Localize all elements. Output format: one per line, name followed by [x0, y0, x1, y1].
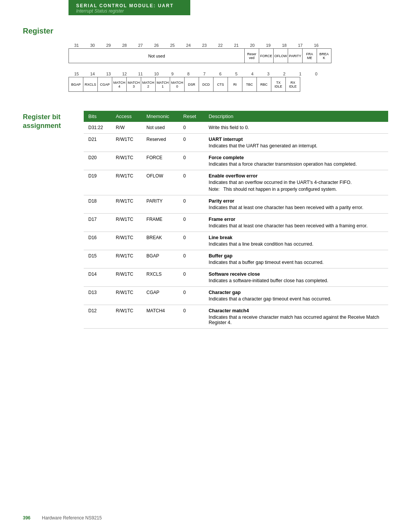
- cell-bits-4: D18: [84, 195, 111, 214]
- cell-access-7: R/W1TC: [111, 250, 142, 268]
- tbc-cell: TBC: [242, 77, 257, 92]
- force-cell: FORCE: [259, 49, 274, 63]
- bit-18: 18: [276, 43, 292, 48]
- assignment-label-line2: assignment: [23, 122, 61, 129]
- cell-reset-5: 0: [179, 214, 204, 232]
- bit-31: 31: [68, 43, 84, 48]
- bit-7: 7: [196, 72, 212, 76]
- desc-bold-5: Frame error: [209, 217, 384, 222]
- cell-access-3: R/W1TC: [111, 170, 142, 195]
- bit-10: 10: [148, 72, 164, 76]
- cell-access-4: R/W1TC: [111, 195, 142, 214]
- note-text-3: This should not happen in a properly con…: [223, 187, 337, 192]
- cell-reset-3: 0: [179, 170, 204, 195]
- frame-cell: FRA ME: [303, 49, 317, 63]
- reserved-cell: Reser ved: [245, 49, 259, 63]
- cell-desc-5: Frame errorIndicates that at least one c…: [204, 214, 388, 232]
- cell-mnemonic-4: PARITY: [142, 195, 179, 214]
- cell-access-10: R/W1TC: [111, 305, 142, 329]
- cell-bits-9: D13: [84, 287, 111, 305]
- cell-bits-10: D12: [84, 305, 111, 329]
- note-row-3: Note:This should not happen in a properl…: [209, 187, 384, 192]
- match3-cell: MATCH 3: [127, 77, 141, 92]
- cell-bits-2: D20: [84, 152, 111, 170]
- bit-28: 28: [116, 43, 132, 48]
- cell-access-1: R/W1TC: [111, 134, 142, 152]
- col-mnemonic: Mnemonic: [142, 111, 179, 122]
- desc-text-6: Indicates that a line break condition ha…: [209, 241, 384, 247]
- cell-reset-9: 0: [179, 287, 204, 305]
- table-row: D21R/W1TCReserved0UART interruptIndicate…: [84, 134, 388, 152]
- match1-cell: MATCH 1: [156, 77, 170, 92]
- assignment-label-line1: Register bit: [23, 113, 61, 121]
- desc-bold-7: Buffer gap: [209, 253, 384, 259]
- cell-access-6: R/W1TC: [111, 232, 142, 250]
- upper-bit-numbers: 31 30 29 28 27 26 25 24 23 22 21 20 19 1…: [68, 43, 388, 48]
- bit-15: 15: [68, 72, 84, 76]
- desc-text-10: Indicates that a receive character match…: [209, 315, 384, 325]
- cell-desc-1: UART interruptIndicates that the UART ha…: [204, 134, 388, 152]
- bit-6: 6: [212, 72, 228, 76]
- table-row: D31:22R/WNot used0Write this field to 0.: [84, 122, 388, 134]
- bgap-cell: BGAP: [69, 77, 83, 92]
- bit-19: 19: [260, 43, 276, 48]
- cell-mnemonic-8: RXCLS: [142, 268, 179, 287]
- desc-bold-4: Parity error: [209, 198, 384, 204]
- bit-assignment-table: Bits Access Mnemonic Reset Description D…: [84, 111, 388, 329]
- cell-desc-8: Software receive closeIndicates a softwa…: [204, 268, 388, 287]
- cell-desc-10: Character match4Indicates that a receive…: [204, 305, 388, 329]
- parity-cell: PARITY: [288, 49, 303, 63]
- cell-desc-3: Enable overflow errorIndicates that an o…: [204, 170, 388, 195]
- table-row: D20R/W1TCFORCE0Force completeIndicates t…: [84, 152, 388, 170]
- cell-desc-9: Character gapIndicates that a character …: [204, 287, 388, 305]
- cell-reset-0: 0: [179, 122, 204, 134]
- cell-mnemonic-0: Not used: [142, 122, 179, 134]
- table-row: D14R/W1TCRXCLS0Software receive closeInd…: [84, 268, 388, 287]
- cell-reset-10: 0: [179, 305, 204, 329]
- table-header-row: Bits Access Mnemonic Reset Description: [84, 111, 388, 122]
- lower-bit-numbers: 15 14 13 12 11 10 9 8 7 6 5 4 3 2 1 0: [68, 72, 388, 76]
- tx-idle-cell: TX IDLE: [271, 77, 286, 92]
- footer-text: Hardware Reference NS9215: [42, 515, 102, 521]
- desc-text-4: Indicates that at least one character ha…: [209, 205, 384, 210]
- cell-reset-7: 0: [179, 250, 204, 268]
- desc-text-5: Indicates that at least one character ha…: [209, 223, 384, 228]
- desc-text-1: Indicates that the UART has generated an…: [209, 143, 384, 149]
- dsr-cell: DSR: [185, 77, 199, 92]
- page-content: Register 31 30 29 28 27 26 25 24 23 22 2…: [0, 15, 411, 351]
- cell-mnemonic-5: FRAME: [142, 214, 179, 232]
- cell-bits-8: D14: [84, 268, 111, 287]
- cell-access-9: R/W1TC: [111, 287, 142, 305]
- cgap-cell: CGAP: [98, 77, 112, 92]
- page-number: 396: [23, 515, 30, 521]
- ri-cell: RI: [228, 77, 242, 92]
- cell-desc-4: Parity errorIndicates that at least one …: [204, 195, 388, 214]
- cell-mnemonic-2: FORCE: [142, 152, 179, 170]
- bit-29: 29: [100, 43, 116, 48]
- lower-register-table: BGAP RXCLS CGAP MATCH 4 MATCH 3 MATCH 2 …: [68, 77, 300, 92]
- table-row: D13R/W1TCCGAP0Character gapIndicates tha…: [84, 287, 388, 305]
- assignment-label: Register bit assignment: [23, 111, 84, 131]
- cts-cell: CTS: [213, 77, 228, 92]
- cell-access-5: R/W1TC: [111, 214, 142, 232]
- table-row: D19R/W1TCOFLOW0Enable overflow errorIndi…: [84, 170, 388, 195]
- cell-desc-2: Force completeIndicates that a force cha…: [204, 152, 388, 170]
- rbc-cell: RBC: [257, 77, 271, 92]
- match0-cell: MATCH 0: [170, 77, 185, 92]
- bit-5: 5: [228, 72, 244, 76]
- cell-access-8: R/W1TC: [111, 268, 142, 287]
- register-diagram: 31 30 29 28 27 26 25 24 23 22 21 20 19 1…: [68, 43, 388, 92]
- bit-16: 16: [308, 43, 324, 48]
- cell-bits-0: D31:22: [84, 122, 111, 134]
- bit-11: 11: [132, 72, 148, 76]
- table-row: D17R/W1TCFRAME0Frame errorIndicates that…: [84, 214, 388, 232]
- bit-12: 12: [116, 72, 132, 76]
- bit-20: 20: [244, 43, 260, 48]
- not-used-cell: Not used: [69, 49, 245, 63]
- desc-bold-10: Character match4: [209, 308, 384, 313]
- dcd-cell: DCD: [199, 77, 213, 92]
- desc-bold-3: Enable overflow error: [209, 173, 384, 179]
- note-label-3: Note:: [209, 187, 220, 192]
- bit-26: 26: [148, 43, 164, 48]
- cell-reset-4: 0: [179, 195, 204, 214]
